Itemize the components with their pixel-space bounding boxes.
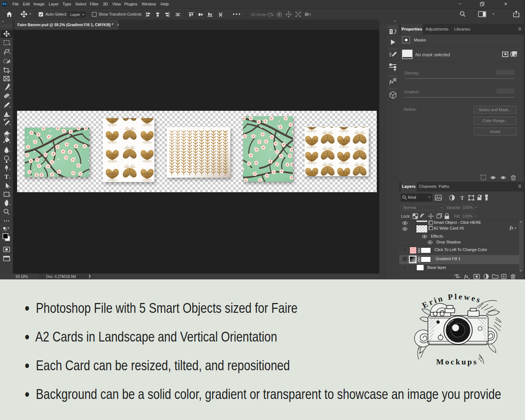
- svg-text:T: T: [4, 173, 9, 180]
- svg-text:fx: fx: [464, 274, 468, 279]
- svg-text:Mockups: Mockups: [436, 357, 478, 366]
- svg-text:T: T: [460, 195, 464, 201]
- svg-text:fx: fx: [389, 79, 393, 84]
